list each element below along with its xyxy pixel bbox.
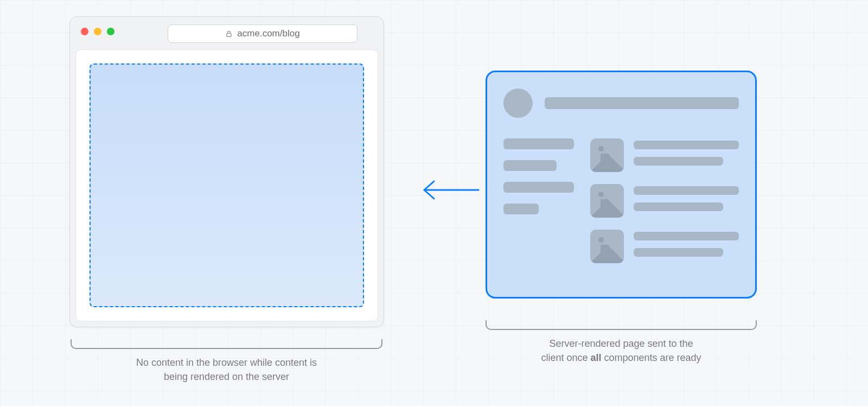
skeleton-header xyxy=(503,88,739,118)
caption-text: being rendered on the server xyxy=(164,371,289,382)
skeleton-title xyxy=(545,97,739,109)
caption-text: client once xyxy=(541,352,590,363)
skeleton-line xyxy=(634,141,739,149)
caption-text: components are ready xyxy=(601,352,701,363)
caption-bold: all xyxy=(590,352,601,363)
skeleton-lines xyxy=(634,230,739,257)
svg-rect-0 xyxy=(227,33,231,36)
skeleton-line xyxy=(634,248,723,257)
skeleton-side-line xyxy=(503,182,574,193)
image-icon xyxy=(590,230,624,263)
arrow-left-icon xyxy=(418,174,483,206)
window-traffic-lights xyxy=(81,28,114,35)
skeleton-line xyxy=(634,157,723,166)
skeleton-lines xyxy=(634,184,739,211)
maximize-dot-icon xyxy=(107,28,114,35)
browser-viewport xyxy=(75,49,378,321)
caption-right: Server-rendered page sent to the client … xyxy=(486,337,757,365)
close-dot-icon xyxy=(81,28,88,35)
url-text: acme.com/blog xyxy=(237,28,299,39)
skeleton-side-line xyxy=(503,204,539,214)
skeleton-avatar xyxy=(503,88,533,118)
image-icon xyxy=(590,184,624,218)
skeleton-side-line xyxy=(503,138,574,149)
skeleton-list-item xyxy=(590,184,739,218)
skeleton-list-item xyxy=(590,138,739,172)
skeleton-line xyxy=(634,232,739,240)
caption-text: No content in the browser while content … xyxy=(136,357,317,368)
skeleton-body xyxy=(503,138,739,263)
skeleton-lines xyxy=(634,138,739,166)
caption-left: No content in the browser while content … xyxy=(71,356,382,384)
image-icon xyxy=(590,138,624,172)
skeleton-line xyxy=(634,186,739,195)
skeleton-list xyxy=(590,138,739,263)
caption-bracket-right xyxy=(486,320,757,330)
empty-content-placeholder xyxy=(90,64,364,307)
skeleton-line xyxy=(634,202,723,211)
caption-text: Server-rendered page sent to the xyxy=(549,338,693,349)
server-rendered-card xyxy=(486,71,757,299)
caption-bracket-left xyxy=(71,339,382,349)
url-bar: acme.com/blog xyxy=(168,24,358,43)
minimize-dot-icon xyxy=(94,28,101,35)
skeleton-side-line xyxy=(503,160,557,171)
skeleton-sidebar xyxy=(503,138,574,263)
browser-window: acme.com/blog xyxy=(69,16,384,327)
lock-icon xyxy=(225,30,233,37)
skeleton-list-item xyxy=(590,230,739,263)
